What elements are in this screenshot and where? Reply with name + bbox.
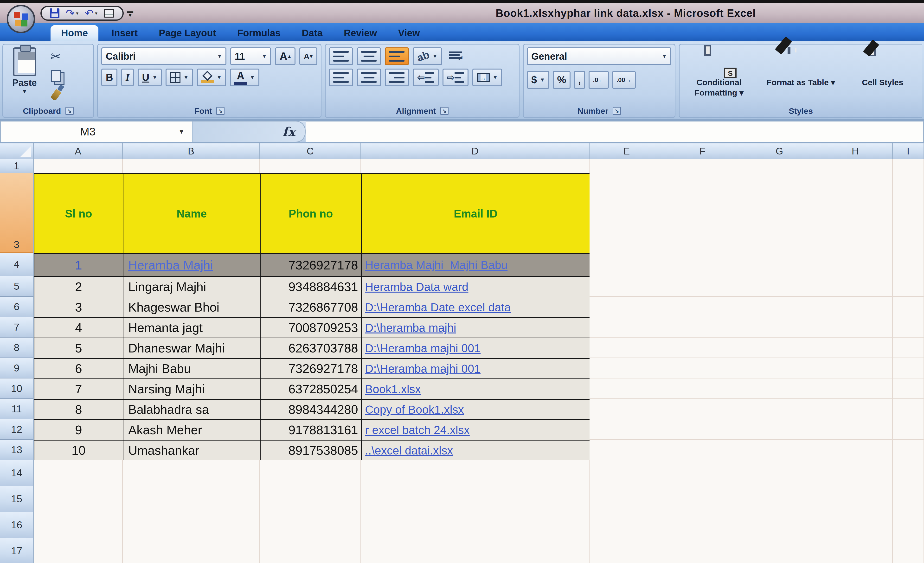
cell-empty[interactable] — [893, 399, 924, 419]
cell-empty[interactable] — [893, 486, 924, 512]
cell-empty[interactable] — [893, 159, 924, 173]
tab-formulas[interactable]: Formulas — [226, 25, 291, 41]
cell-empty[interactable] — [741, 512, 818, 538]
cell-empty[interactable] — [590, 419, 664, 440]
cell-empty[interactable] — [260, 486, 361, 512]
email-hyperlink[interactable]: Copy of Book1.xlsx — [365, 403, 464, 416]
format-painter-button[interactable] — [47, 87, 65, 103]
cell-empty[interactable] — [590, 317, 664, 338]
cell-empty[interactable] — [123, 159, 260, 173]
cell-empty[interactable] — [361, 460, 590, 486]
font-dialog-launcher[interactable]: ↘ — [216, 107, 225, 115]
row-header-11[interactable]: 11 — [0, 399, 34, 419]
cell-empty[interactable] — [123, 486, 260, 512]
cell-empty[interactable] — [361, 538, 590, 563]
cell-empty[interactable] — [590, 173, 664, 253]
cell-email[interactable]: Heramba Majhi Majhi Babu — [361, 253, 590, 277]
cell-empty[interactable] — [893, 512, 924, 538]
cell-name[interactable]: Heramba Majhi — [123, 253, 261, 277]
email-hyperlink[interactable]: Heramba Majhi Majhi Babu — [365, 258, 507, 272]
cell-phone[interactable]: 6263703788 — [260, 338, 362, 359]
cell-empty[interactable] — [818, 419, 893, 440]
cell-empty[interactable] — [893, 460, 924, 486]
cell-name[interactable]: Dhaneswar Majhi — [123, 338, 261, 359]
cell-email[interactable]: Copy of Book1.xlsx — [361, 399, 590, 420]
column-header-G[interactable]: G — [741, 144, 818, 159]
cell-empty[interactable] — [664, 159, 741, 173]
align-left-button[interactable] — [329, 69, 353, 86]
cell-empty[interactable] — [590, 358, 664, 379]
cell-empty[interactable] — [893, 317, 924, 338]
cell-empty[interactable] — [664, 379, 741, 399]
fill-color-button[interactable]: ▼ — [197, 69, 226, 86]
cell-phone[interactable]: 8984344280 — [260, 399, 362, 420]
cell-empty[interactable] — [741, 399, 818, 419]
cell-phone[interactable]: 7326927178 — [260, 253, 362, 277]
cell-empty[interactable] — [741, 317, 818, 338]
tab-review[interactable]: Review — [333, 25, 388, 41]
cell-slno[interactable]: 4 — [34, 317, 123, 338]
cell-empty[interactable] — [123, 512, 260, 538]
cell-empty[interactable] — [818, 440, 893, 460]
cell-empty[interactable] — [123, 538, 260, 563]
decrease-indent-button[interactable]: ⇦ — [412, 69, 439, 86]
row-header-5[interactable]: 5 — [0, 276, 34, 296]
cell-empty[interactable] — [664, 538, 741, 563]
cell-empty[interactable] — [741, 419, 818, 440]
row-header-3[interactable]: 3 — [0, 173, 34, 253]
email-hyperlink[interactable]: D:\Heramba majhi 001 — [365, 341, 480, 355]
cell-name[interactable]: Lingaraj Majhi — [123, 276, 261, 297]
column-header-C[interactable]: C — [260, 144, 361, 159]
cell-empty[interactable] — [664, 512, 741, 538]
merge-center-button[interactable]: ▼ — [472, 69, 502, 86]
cell-phone[interactable]: 6372850254 — [260, 379, 362, 400]
increase-indent-button[interactable]: ⇨ — [442, 69, 468, 86]
cell-empty[interactable] — [260, 512, 361, 538]
cell-phone[interactable]: 7008709253 — [260, 317, 362, 338]
cell-empty[interactable] — [664, 460, 741, 486]
column-header-D[interactable]: D — [361, 144, 590, 159]
cell-empty[interactable] — [664, 338, 741, 358]
cell-name[interactable]: Hemanta jagt — [123, 317, 261, 338]
cell-phone[interactable]: 7326927178 — [260, 358, 362, 379]
cell-empty[interactable] — [741, 358, 818, 379]
cell-empty[interactable] — [818, 538, 893, 563]
tab-insert[interactable]: Insert — [101, 25, 148, 41]
row-header-9[interactable]: 9 — [0, 358, 34, 379]
email-hyperlink[interactable]: D:\heramba majhi — [365, 321, 456, 334]
formula-input[interactable] — [306, 121, 924, 142]
cell-name[interactable]: Akash Meher — [123, 419, 261, 440]
row-header-8[interactable]: 8 — [0, 338, 34, 358]
column-header-H[interactable]: H — [818, 144, 893, 159]
column-header-B[interactable]: B — [123, 144, 260, 159]
cell-empty[interactable] — [818, 173, 893, 253]
cell-name[interactable]: Umashankar — [123, 440, 261, 461]
cell-empty[interactable] — [590, 338, 664, 358]
row-header-12[interactable]: 12 — [0, 419, 34, 440]
row-header-14[interactable]: 14 — [0, 460, 34, 486]
row-header-10[interactable]: 10 — [0, 379, 34, 399]
cell-email[interactable]: D:\heramba majhi — [361, 317, 590, 338]
align-middle-button[interactable] — [357, 47, 381, 65]
cell-empty[interactable] — [590, 460, 664, 486]
redo-button[interactable]: ↷▾ — [66, 8, 78, 18]
cell-empty[interactable] — [818, 486, 893, 512]
cell-empty[interactable] — [590, 276, 664, 296]
cell-name[interactable]: Khageswar Bhoi — [123, 296, 261, 318]
cell-empty[interactable] — [741, 379, 818, 399]
number-format-combo[interactable]: General ▼ — [527, 47, 671, 65]
row-header-6[interactable]: 6 — [0, 296, 34, 317]
email-hyperlink[interactable]: D:\Heramba majhi 001 — [365, 362, 480, 375]
email-hyperlink[interactable]: ..\excel datai.xlsx — [365, 444, 453, 457]
row-header-17[interactable]: 17 — [0, 538, 34, 563]
cell-empty[interactable] — [664, 276, 741, 296]
cell-empty[interactable] — [741, 296, 818, 317]
cell-slno[interactable]: 5 — [34, 338, 123, 359]
redo-caret-icon[interactable]: ▾ — [76, 11, 78, 16]
cell-empty[interactable] — [590, 253, 664, 276]
table-header-slno[interactable]: Sl no — [34, 173, 123, 254]
cell-empty[interactable] — [590, 296, 664, 317]
email-hyperlink[interactable]: D:\Heramba Date excel data — [365, 301, 511, 314]
cell-phone[interactable]: 7326867708 — [260, 296, 362, 318]
cell-empty[interactable] — [893, 419, 924, 440]
